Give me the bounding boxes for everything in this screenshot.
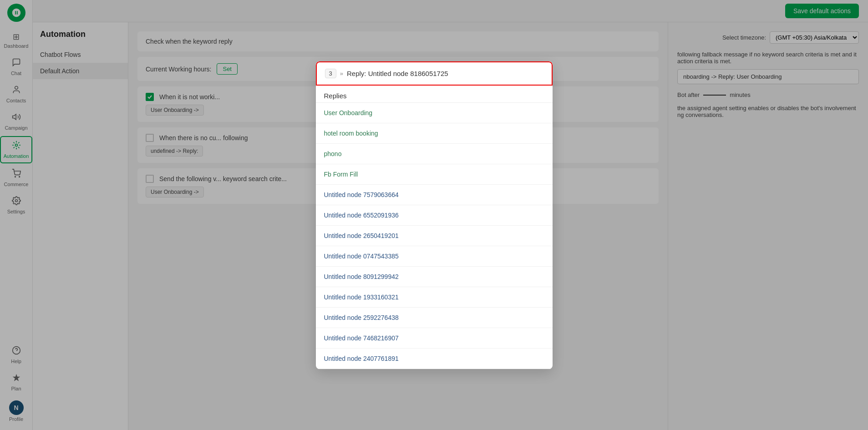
dropdown-item[interactable]: Untitled node 1933160321 (316, 287, 553, 308)
dropdown-item[interactable]: Untitled node 2650419201 (316, 226, 553, 246)
dropdown-item[interactable]: Untitled node 2407761891 (316, 349, 553, 369)
dropdown-item[interactable]: phono (316, 144, 553, 164)
dropdown-modal: 3 » Reply: Untitled node 8186051725 Repl… (316, 61, 553, 369)
dropdown-item[interactable]: Untitled node 7579063664 (316, 185, 553, 205)
modal-overlay[interactable]: 3 » Reply: Untitled node 8186051725 Repl… (0, 0, 868, 430)
dropdown-item[interactable]: User Onboarding (316, 103, 553, 123)
dropdown-item[interactable]: Untitled node 7468216907 (316, 328, 553, 349)
dropdown-item[interactable]: Untitled node 2592276438 (316, 308, 553, 328)
modal-header-label: Reply: Untitled node 8186051725 (347, 70, 448, 77)
dropdown-item[interactable]: Untitled node 0747543385 (316, 246, 553, 267)
replies-section-label: Replies (316, 86, 553, 103)
dropdown-item[interactable]: hotel room booking (316, 123, 553, 144)
dropdown-item[interactable]: Untitled node 6552091936 (316, 205, 553, 226)
dropdown-item[interactable]: Untitled node 8091299942 (316, 267, 553, 287)
dropdown-item[interactable]: Fb Form Fill (316, 164, 553, 185)
step-badge: 3 (325, 69, 336, 78)
dropdown-list[interactable]: User Onboardinghotel room bookingphonoFb… (316, 103, 553, 369)
chevrons: » (340, 70, 343, 77)
replies-label: Replies (324, 92, 347, 100)
modal-header: 3 » Reply: Untitled node 8186051725 (316, 61, 553, 86)
